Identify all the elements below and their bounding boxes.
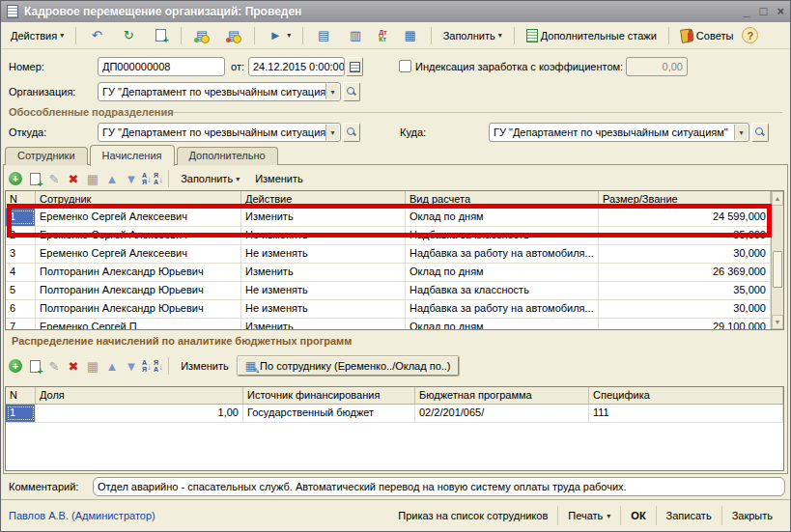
cell-action[interactable]: Изменить [241,319,406,330]
cell-share[interactable]: 1,00 [36,405,243,422]
number-input[interactable]: ДП000000008 [98,57,225,76]
cell-calc[interactable]: Надбавка за классность [406,227,599,244]
cell-calc[interactable]: Оклад по дням [406,264,599,281]
tab-accruals[interactable]: Начисления [90,145,175,166]
maximize-button[interactable]: □ [760,5,768,18]
cell-calc[interactable]: Надбавка за работу на автомобиля... [406,245,599,263]
delete-row-button[interactable]: ✖ [65,357,82,375]
finish-edit-button[interactable]: ▦ [84,357,101,375]
goto-button[interactable]: ► ▾ [261,24,297,47]
move-down-button[interactable]: ▼ [123,357,140,375]
date-input[interactable]: 24.12.2015 0:00:00 [248,57,345,76]
cell-n[interactable]: 7 [6,319,36,330]
cell-n[interactable]: 6 [6,300,36,318]
fill-button[interactable]: Заполнить ▾ [438,27,508,44]
accrual-row[interactable]: 3Еременко Сергей АлексеевичНе изменятьНа… [6,245,771,264]
cell-amount[interactable]: 35,000 [599,227,771,244]
cell-calc[interactable]: Надбавка за работу на автомобиля... [406,300,599,318]
change-table-button[interactable]: Изменить [248,170,310,187]
cell-n[interactable]: 1 [6,209,36,226]
document-movements-button[interactable]: ▤ [309,24,338,47]
column-header-source[interactable]: Источник финансирования [243,387,415,404]
from-combo[interactable]: ГУ "Департамент по чрезвычайным ситуация… [98,123,341,142]
current-user-link[interactable]: Павлов А.В. (Администратор) [9,510,388,521]
sort-desc-button[interactable]: ЯА ↓ [154,359,163,373]
chevron-down-icon[interactable]: ▾ [325,125,339,140]
calendar-button[interactable] [346,57,363,76]
extra-stages-button[interactable]: Дополнительные стажи [521,26,663,45]
cell-calc[interactable]: Оклад по дням [406,209,599,226]
accrual-row[interactable]: 5Полторанин Александр ЮрьевичНе изменять… [6,282,771,300]
cell-employee[interactable]: Еременко Сергей Алексеевич [36,209,241,226]
column-header-amount[interactable]: Размер/Звание [599,191,771,208]
cell-n[interactable]: 4 [6,264,36,281]
column-header-n[interactable]: N [6,387,36,404]
edit-row-button[interactable]: ✎ [45,170,63,187]
sort-desc-button[interactable]: ЯА ↓ [154,172,163,185]
chevron-down-icon[interactable]: ▾ [734,125,748,140]
comment-input[interactable]: Отдел аварийно - спасательных служб. Авт… [93,477,785,496]
cell-specifics[interactable]: 111 [589,405,783,422]
delete-row-button[interactable]: ✖ [65,170,82,187]
cell-calc[interactable]: Оклад по дням [406,319,599,330]
tips-button[interactable]: Советы [675,26,739,45]
organization-combo[interactable]: ГУ "Департамент по чрезвычайным ситуация… [98,82,341,101]
report-button[interactable]: ▦ [396,24,425,47]
cell-n[interactable]: 3 [6,245,36,263]
accrual-row[interactable]: 4Полторанин Александр ЮрьевичИзменитьОкл… [6,264,771,282]
actions-button[interactable]: Действия ▾ [5,27,70,44]
cell-action[interactable]: Изменить [241,209,406,226]
tab-additional[interactable]: Дополнительно [177,147,278,165]
chevron-down-icon[interactable]: ▾ [325,84,339,99]
cell-action[interactable]: Не изменять [241,227,406,244]
move-up-button[interactable]: ▲ [103,357,121,375]
cell-employee[interactable]: Еременко Сергей П.. [36,319,241,330]
column-header-employee[interactable]: Сотрудник [36,191,241,208]
cell-action[interactable]: Не изменять [241,282,406,299]
copy-row-button[interactable] [26,357,43,375]
unpost-button[interactable]: ▤ [219,24,248,47]
cell-action[interactable]: Не изменять [241,245,406,263]
cell-n[interactable]: 5 [6,282,36,299]
scroll-down-icon[interactable]: ▼ [772,315,783,329]
from-search-button[interactable] [343,123,360,142]
scrollbar-thumb[interactable] [773,251,782,288]
ok-button[interactable]: ОК [621,506,655,525]
help-button[interactable]: ? [742,27,758,43]
cell-n[interactable]: 2 [6,227,36,244]
cell-program[interactable]: 02/2/201/065/ [415,405,589,422]
move-up-button[interactable]: ▲ [103,170,121,187]
cell-employee[interactable]: Полторанин Александр Юрьевич [36,264,241,281]
cell-calc[interactable]: Надбавка за классность [406,282,599,299]
cell-amount[interactable]: 24 599,000 [599,209,771,226]
copy-button[interactable] [146,24,175,47]
copy-row-button[interactable] [26,170,43,187]
sort-asc-button[interactable]: АЯ ↓ [142,172,152,185]
cell-amount[interactable]: 30,000 [599,245,771,263]
cell-amount[interactable]: 35,000 [599,282,771,299]
order-list-button[interactable]: Приказ на список сотрудников [388,506,557,525]
cell-employee[interactable]: Полторанин Александр Юрьевич [36,300,241,318]
column-header-n[interactable]: N [6,191,36,208]
by-employee-toggle-button[interactable]: ▦ По сотруднику (Еременко../Оклад по..) [238,356,459,376]
scroll-up-icon[interactable]: ▲ [772,191,783,206]
distribution-row[interactable]: 11,00Государственный бюджет02/2/201/065/… [6,405,783,423]
close-form-button[interactable]: Закрыть [722,506,782,525]
accrual-row[interactable]: 1Еременко Сергей АлексеевичИзменитьОклад… [6,209,771,227]
close-button[interactable]: × [777,5,784,18]
move-down-button[interactable]: ▼ [123,170,140,187]
print-button[interactable]: Печать ▾ [558,506,620,525]
cell-employee[interactable]: Еременко Сергей Алексеевич [36,245,241,263]
change-distribution-button[interactable]: Изменить [174,357,236,375]
to-combo[interactable]: ГУ "Департамент по чрезвычайным ситуация… [489,123,749,142]
cell-n[interactable]: 1 [6,405,36,422]
cell-amount[interactable]: 29 100,000 [599,319,771,330]
column-header-program[interactable]: Бюджетная программа [415,387,589,404]
to-search-button[interactable] [751,123,769,142]
accrual-row[interactable]: 2Еременко Сергей АлексеевичНе изменятьНа… [6,227,771,245]
post-button[interactable]: ▤ [187,24,216,47]
organization-search-button[interactable] [343,82,360,101]
vertical-scrollbar[interactable]: ▲ ▼ [771,191,783,329]
cell-employee[interactable]: Полторанин Александр Юрьевич [36,282,241,299]
dtkt-button[interactable]: ДтКт [373,26,392,45]
